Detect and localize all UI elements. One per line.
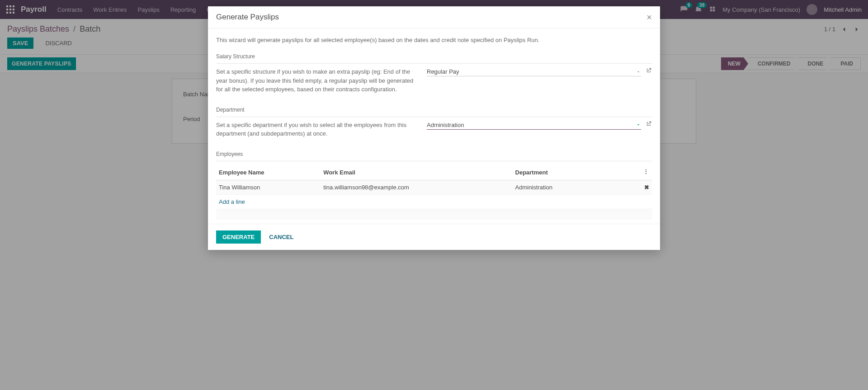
chevron-down-icon[interactable] [636, 122, 641, 127]
external-link-icon[interactable] [646, 67, 652, 74]
external-link-icon[interactable] [646, 121, 652, 127]
salary-structure-row: Set a specific structure if you wish to … [216, 67, 652, 94]
modal-body: This wizard will generate payslips for a… [208, 28, 660, 144]
department-row: Set a specific department if you wish to… [216, 121, 652, 138]
close-icon[interactable]: × [646, 13, 652, 22]
modal-header: Generate Payslips × [208, 6, 660, 28]
salary-structure-field[interactable] [427, 67, 641, 76]
modal-overlay: Generate Payslips × This wizard will gen… [0, 0, 868, 144]
salary-structure-help: Set a specific structure if you wish to … [216, 67, 414, 94]
salary-structure-input[interactable] [427, 68, 636, 75]
department-help: Set a specific department if you wish to… [216, 121, 414, 138]
modal: Generate Payslips × This wizard will gen… [208, 6, 660, 144]
chevron-down-icon[interactable] [636, 69, 641, 75]
department-field[interactable] [427, 121, 641, 130]
modal-intro: This wizard will generate payslips for a… [216, 37, 652, 43]
modal-title: Generate Payslips [216, 13, 279, 22]
salary-structure-label: Salary Structure [216, 53, 652, 60]
department-input[interactable] [427, 122, 636, 128]
department-label: Department [216, 107, 652, 113]
